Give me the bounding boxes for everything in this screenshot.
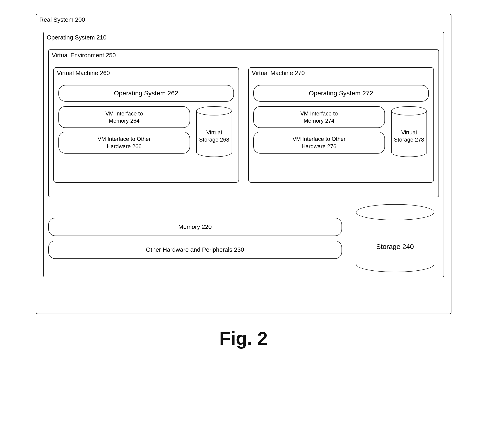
figure-label: Fig. 2 bbox=[219, 328, 268, 349]
vm1-interface1: VM Interface toMemory 264 bbox=[58, 106, 190, 128]
vm2-box: Virtual Machine 270 Operating System 272… bbox=[248, 67, 434, 183]
vm1-label: Virtual Machine 260 bbox=[57, 70, 110, 77]
vm2-interface2-label: VM Interface to OtherHardware 276 bbox=[293, 136, 345, 149]
vm2-cylinder-top bbox=[391, 106, 427, 115]
vm1-box: Virtual Machine 260 Operating System 262… bbox=[53, 67, 239, 183]
vm1-storage-label: VirtualStorage 268 bbox=[199, 129, 229, 143]
vm1-cylinder-body: VirtualStorage 268 bbox=[196, 111, 232, 157]
vm2-lower: VM Interface toMemory 274 VM Interface t… bbox=[253, 106, 429, 157]
os-bottom: Memory 220 Other Hardware and Peripheral… bbox=[48, 204, 439, 272]
memory-label: Memory 220 bbox=[178, 223, 212, 230]
storage-shape: Storage 240 bbox=[356, 204, 434, 272]
large-cylinder-top bbox=[356, 204, 434, 220]
storage-cylinder-wrap: Storage 240 bbox=[351, 204, 439, 272]
vm1-cylinder-top bbox=[196, 106, 232, 115]
vm1-interface2-label: VM Interface to OtherHardware 266 bbox=[98, 136, 151, 149]
vm2-storage-cylinder: VirtualStorage 278 bbox=[390, 106, 429, 157]
vm2-os-label: Operating System 272 bbox=[309, 90, 373, 97]
real-system-label: Real System 200 bbox=[40, 16, 85, 23]
vm1-lower: VM Interface toMemory 264 VM Interface t… bbox=[58, 106, 234, 157]
operating-system-label: Operating System 210 bbox=[47, 34, 107, 41]
vm1-interface1-label: VM Interface toMemory 264 bbox=[105, 110, 143, 124]
vm2-interface1: VM Interface toMemory 274 bbox=[253, 106, 385, 128]
vm2-os-box: Operating System 272 bbox=[253, 85, 429, 102]
hardware-box: Other Hardware and Peripherals 230 bbox=[48, 241, 342, 259]
vm1-storage-shape: VirtualStorage 268 bbox=[196, 106, 232, 157]
real-system-box: Real System 200 Operating System 210 Vir… bbox=[36, 14, 451, 314]
vm2-interface1-label: VM Interface toMemory 274 bbox=[300, 110, 338, 124]
vm2-storage-label: VirtualStorage 278 bbox=[394, 129, 424, 143]
vm2-cylinder-body: VirtualStorage 278 bbox=[391, 111, 427, 157]
diagram-area: Real System 200 Operating System 210 Vir… bbox=[24, 14, 463, 349]
vm2-interfaces: VM Interface toMemory 274 VM Interface t… bbox=[253, 106, 385, 153]
os-bottom-left: Memory 220 Other Hardware and Peripheral… bbox=[48, 218, 342, 259]
vm1-storage-cylinder: VirtualStorage 268 bbox=[195, 106, 234, 157]
vm1-interfaces: VM Interface toMemory 264 VM Interface t… bbox=[58, 106, 190, 153]
large-cylinder-body: Storage 240 bbox=[356, 212, 434, 272]
vm1-os-box: Operating System 262 bbox=[58, 85, 234, 102]
vm2-interface2: VM Interface to OtherHardware 276 bbox=[253, 132, 385, 153]
virtual-environment-box: Virtual Environment 250 Virtual Machine … bbox=[48, 49, 439, 197]
vm1-interface2: VM Interface to OtherHardware 266 bbox=[58, 132, 190, 153]
vms-row: Virtual Machine 260 Operating System 262… bbox=[53, 67, 434, 183]
vm1-os-label: Operating System 262 bbox=[114, 90, 178, 97]
memory-box: Memory 220 bbox=[48, 218, 342, 236]
storage-label: Storage 240 bbox=[376, 243, 414, 251]
vm2-storage-shape: VirtualStorage 278 bbox=[391, 106, 427, 157]
virtual-environment-label: Virtual Environment 250 bbox=[52, 52, 116, 59]
hardware-label: Other Hardware and Peripherals 230 bbox=[146, 246, 244, 253]
vm2-label: Virtual Machine 270 bbox=[252, 70, 305, 77]
operating-system-box: Operating System 210 Virtual Environment… bbox=[43, 32, 444, 277]
